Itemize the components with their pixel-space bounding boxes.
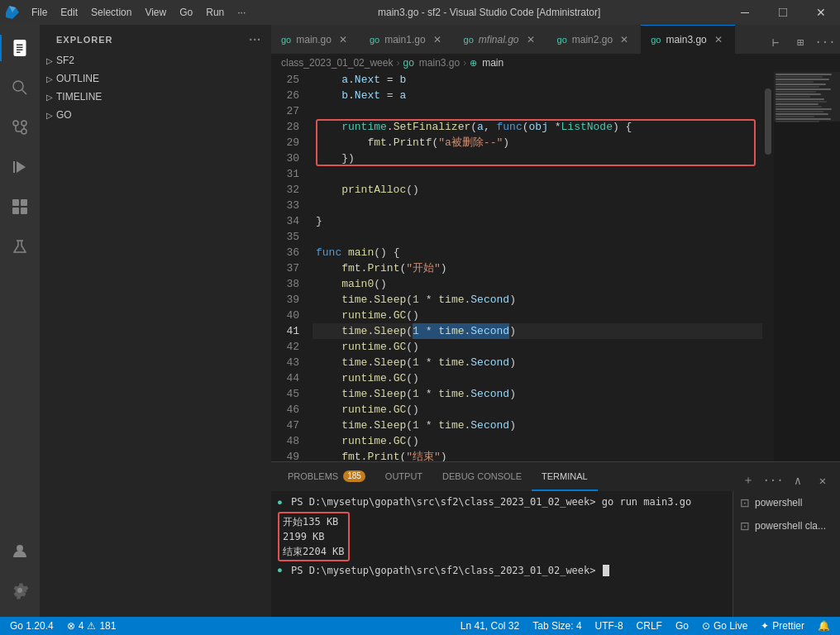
panel-more-icon[interactable]: ··· — [762, 470, 784, 491]
line-num-46: 46 — [271, 402, 306, 418]
tab-mfinal-go[interactable]: go mfinal.go ✕ — [454, 25, 547, 54]
svg-point-14 — [17, 545, 23, 551]
breadcrumb-symbol[interactable]: main — [482, 57, 504, 69]
terminal-dot-icon: ● — [278, 499, 282, 506]
add-terminal-icon[interactable]: ＋ — [737, 470, 759, 491]
svg-point-5 — [21, 129, 26, 134]
sidebar-sf2-header[interactable]: ▷ SF2 — [40, 51, 271, 69]
sidebar-section-go: ▷ GO — [40, 106, 271, 124]
tab-main3-go[interactable]: go main3.go ✕ — [641, 25, 735, 54]
panel-up-icon[interactable]: ∧ — [787, 470, 809, 491]
maximize-button[interactable] — [764, 0, 802, 25]
line-numbers: 25 26 27 28 29 30 31 32 33 34 35 36 37 3… — [271, 72, 313, 461]
editor-area: go main.go ✕ go main1.go ✕ go mfinal.go … — [271, 25, 840, 617]
go-icon: go — [370, 35, 379, 45]
code-line-31 — [313, 166, 762, 182]
code-line-33 — [313, 198, 762, 213]
terminal-instance-powershell[interactable]: ⊡ powershell — [733, 491, 840, 514]
breadcrumb-folder[interactable]: class_2023_01_02_week — [281, 57, 393, 69]
panel-tab-terminal[interactable]: TERMINAL — [532, 462, 598, 491]
menu-run[interactable]: Run — [199, 0, 231, 25]
tab-close-icon[interactable]: ✕ — [524, 33, 537, 46]
status-go-version[interactable]: Go 1.20.4 — [3, 617, 60, 635]
activity-settings[interactable] — [0, 571, 40, 610]
sidebar-timeline-header[interactable]: ▷ TIMELINE — [40, 88, 271, 106]
go-version-text: Go 1.20.4 — [10, 620, 54, 632]
sidebar-go-label: GO — [56, 109, 72, 121]
scrollbar-thumb[interactable] — [765, 88, 771, 155]
sidebar-more-action[interactable]: ··· — [249, 33, 261, 46]
menu-edit[interactable]: Edit — [54, 0, 84, 25]
status-language[interactable]: Go — [669, 617, 695, 635]
tab-close-icon[interactable]: ✕ — [431, 33, 444, 46]
tab-close-icon[interactable]: ✕ — [336, 33, 350, 46]
terminal-output-boxed: 开始135 KB 2199 KB 结束2204 KB — [278, 512, 726, 561]
split-editor-icon[interactable]: ⊢ — [764, 31, 787, 54]
activity-explorer[interactable] — [0, 28, 40, 68]
panel-actions: ＋ ··· ∧ ✕ — [737, 470, 833, 491]
line-num-39: 39 — [271, 292, 306, 308]
status-bar: Go 1.20.4 ⊗ 4 ⚠ 181 Ln 41, Col 32 Tab Si… — [0, 617, 840, 635]
cursor-text: Ln 41, Col 32 — [461, 620, 519, 632]
menu-file[interactable]: File — [25, 0, 54, 25]
activity-test[interactable] — [0, 227, 40, 266]
code-editor[interactable]: 25 26 27 28 29 30 31 32 33 34 35 36 37 3… — [271, 72, 840, 461]
activity-extensions[interactable] — [0, 187, 40, 227]
line-num-41: 41 — [271, 323, 306, 339]
status-notifications[interactable]: 🔔 — [811, 617, 837, 635]
terminal-instance-label: powershell cla... — [755, 520, 826, 532]
status-cursor[interactable]: Ln 41, Col 32 — [454, 617, 526, 635]
sidebar-outline-header[interactable]: ▷ OUTLINE — [40, 69, 271, 88]
status-golive[interactable]: ⊙ Go Live — [695, 617, 754, 635]
activity-search[interactable] — [0, 68, 40, 107]
status-encoding[interactable]: UTF-8 — [589, 617, 630, 635]
sidebar-outline-label: OUTLINE — [56, 73, 99, 84]
tab-label: main1.go — [384, 34, 425, 45]
tab-main-go[interactable]: go main.go ✕ — [271, 25, 360, 54]
code-line-38: main0() — [313, 276, 762, 292]
terminal-content[interactable]: ● PS D:\mysetup\gopath\src\sf2\class_202… — [271, 491, 733, 617]
menu-go[interactable]: Go — [173, 0, 199, 25]
line-num-49: 49 — [271, 449, 306, 461]
panel-tab-problems[interactable]: PROBLEMS 185 — [278, 462, 375, 491]
menu-more[interactable]: ··· — [231, 0, 252, 25]
terminal-instance-powershell-cla[interactable]: ⊡ powershell cla... — [733, 514, 840, 537]
breadcrumb-file[interactable]: main3.go — [419, 57, 460, 69]
panel-close-icon[interactable]: ✕ — [812, 470, 833, 491]
status-eol[interactable]: CRLF — [630, 617, 669, 635]
minimize-button[interactable] — [726, 0, 764, 25]
panel-tab-output[interactable]: OUTPUT — [375, 462, 432, 491]
editor-layout-icon[interactable]: ⊞ — [789, 31, 812, 54]
debug-label: DEBUG CONSOLE — [442, 471, 522, 481]
tab-main2-go[interactable]: go main2.go ✕ — [547, 25, 642, 54]
tab-close-icon[interactable]: ✕ — [618, 33, 631, 46]
tab-main1-go[interactable]: go main1.go ✕ — [360, 25, 454, 54]
panel-tab-debug[interactable]: DEBUG CONSOLE — [432, 462, 532, 491]
code-content[interactable]: a.Next = b b.Next = a runtime.SetFina — [313, 72, 762, 461]
tab-close-icon[interactable]: ✕ — [712, 33, 725, 46]
bottom-panel: PROBLEMS 185 OUTPUT DEBUG CONSOLE TERMIN… — [271, 461, 840, 617]
terminal-icon: ⊡ — [740, 496, 750, 509]
panel-tabs: PROBLEMS 185 OUTPUT DEBUG CONSOLE TERMIN… — [271, 462, 840, 491]
menu-view[interactable]: View — [138, 0, 173, 25]
code-line-34: } — [313, 213, 762, 229]
close-button[interactable]: ✕ — [802, 0, 840, 25]
terminal-output-line-1: 开始135 KB — [283, 514, 345, 529]
minimap — [774, 72, 840, 461]
prettier-icon: ✦ — [761, 620, 769, 632]
status-tab-size[interactable]: Tab Size: 4 — [526, 617, 588, 635]
sidebar-go-header[interactable]: ▷ GO — [40, 106, 271, 124]
code-redbox-container: runtime.SetFinalizer(a, func(obj *ListNo… — [313, 119, 762, 166]
activity-run[interactable] — [0, 147, 40, 187]
status-prettier[interactable]: ✦ Prettier — [754, 617, 811, 635]
status-errors[interactable]: ⊗ 4 ⚠ 181 — [60, 617, 123, 635]
activity-scm[interactable] — [0, 107, 40, 147]
activity-accounts[interactable] — [0, 531, 40, 571]
warnings-count: 181 — [99, 620, 116, 632]
sidebar-sf2-label: SF2 — [56, 55, 74, 66]
vertical-scrollbar[interactable] — [762, 72, 774, 461]
menu-selection[interactable]: Selection — [84, 0, 138, 25]
encoding-text: UTF-8 — [595, 620, 623, 632]
more-actions-icon[interactable]: ··· — [814, 31, 837, 54]
tab-bar-actions: ⊢ ⊞ ··· — [764, 31, 840, 54]
